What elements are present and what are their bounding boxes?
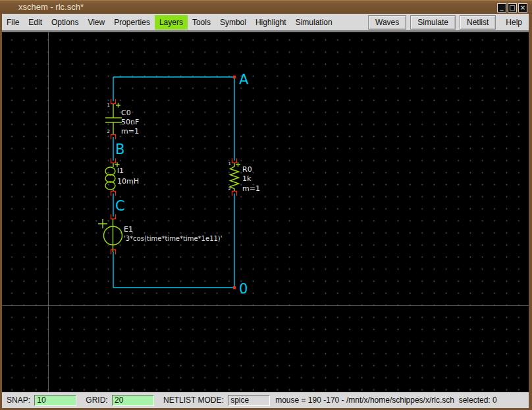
capacitor-value[interactable]: 50nF [121,118,139,126]
resistor-pin1-number: 1 [228,161,231,167]
rlc-schematic: 1 2 C0 50nF m=1 [2,32,529,392]
component-inductor-l1[interactable]: l1 10mH [105,159,139,196]
snap-input[interactable] [34,395,76,406]
menu-edit[interactable]: Edit [24,15,47,30]
menu-simulation[interactable]: Simulation [291,15,337,30]
capacitor-pin2-number: 2 [107,129,110,134]
net-label-c[interactable]: C [115,198,125,214]
net-label-0[interactable]: 0 [239,281,248,297]
schematic-canvas[interactable]: 1 2 C0 50nF m=1 [2,32,529,392]
window-controls: _ □ × [497,3,527,13]
waves-button[interactable]: Waves [368,15,406,30]
snap-label: SNAP: [7,396,32,405]
resistor-value[interactable]: 1k [242,174,252,183]
net-label-b[interactable]: B [115,141,124,157]
resistor-ref[interactable]: R0 [242,165,252,174]
mouse-status-text: mouse = 190 -170 - /mnt/x/home/schippes/… [275,396,497,405]
menu-properties[interactable]: Properties [109,15,155,30]
net-label-a[interactable]: A [239,72,249,88]
component-capacitor-c0[interactable]: 1 2 C0 50nF m=1 [105,99,139,140]
resistor-param[interactable]: m=1 [242,184,260,193]
grid-input[interactable] [112,395,154,406]
inductor-ref[interactable]: l1 [117,167,124,175]
menu-file[interactable]: File [2,15,24,30]
help-button[interactable]: Help [500,16,527,29]
capacitor-param[interactable]: m=1 [121,127,139,136]
menu-options[interactable]: Options [47,15,83,30]
vsource-symbol [98,218,122,252]
xschem-window: xschem - rlc.sch* _ □ × File Edit Option… [0,0,532,410]
simulate-button[interactable]: Simulate [410,15,456,30]
menu-symbol[interactable]: Symbol [215,15,251,30]
menu-highlight[interactable]: Highlight [251,15,291,30]
statusbar: SNAP: GRID: NETLIST MODE: mouse = 190 -1… [2,392,529,408]
capacitor-ref[interactable]: C0 [121,109,131,117]
component-resistor-r0[interactable]: 1 2 R0 1k m=1 [228,159,260,196]
netlist-mode-label: NETLIST MODE: [163,396,226,405]
minimize-icon[interactable]: _ [497,3,506,13]
window-title: xschem - rlc.sch* [18,1,84,14]
capacitor-pin1-number: 1 [107,103,110,108]
maximize-icon[interactable]: □ [508,3,517,13]
grid-label: GRID: [86,396,110,405]
resistor-pin2-number: 2 [228,186,231,192]
netlist-mode-input[interactable] [228,395,270,406]
menu-view[interactable]: View [83,15,109,30]
menu-layers[interactable]: Layers [155,15,188,30]
inductor-value[interactable]: 10mH [117,177,139,186]
menubar: File Edit Options View Properties Layers… [2,14,529,30]
vsource-value[interactable]: '3*cos(time*time*time*1e11)' [124,235,223,242]
titlebar[interactable]: xschem - rlc.sch* _ □ × [0,0,532,14]
netlist-button[interactable]: Netlist [460,15,496,30]
resistor-symbol [230,163,241,192]
vsource-ref[interactable]: E1 [124,225,133,234]
menu-tools[interactable]: Tools [188,15,215,30]
close-icon[interactable]: × [518,3,527,13]
component-vsource-e1[interactable]: E1 '3*cos(time*time*time*1e11)' [98,215,223,255]
